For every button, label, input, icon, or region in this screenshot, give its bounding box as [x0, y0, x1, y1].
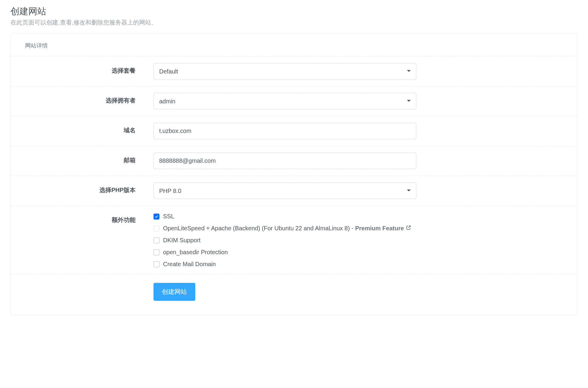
external-link-icon	[406, 225, 411, 232]
select-package[interactable]: Default	[153, 63, 416, 79]
checkbox-dkim[interactable]	[153, 237, 159, 243]
row-php: 选择PHP版本 PHP 8.0	[11, 176, 577, 205]
checkbox-open-basedir[interactable]	[153, 249, 159, 255]
create-website-button[interactable]: 创建网站	[153, 283, 195, 301]
checkbox-row-ssl: SSL	[153, 213, 416, 220]
checkbox-label-ssl: SSL	[163, 213, 174, 220]
checkbox-mail-domain[interactable]	[153, 261, 159, 267]
checkbox-ols-apache	[153, 226, 159, 231]
label-package: 选择套餐	[112, 67, 136, 74]
row-submit: 创建网站	[11, 274, 577, 315]
premium-feature-label: Premium Feature	[355, 225, 404, 232]
row-owner: 选择拥有者 admin	[11, 86, 577, 116]
select-owner[interactable]: admin	[153, 93, 416, 109]
checkbox-row-open-basedir: open_basedir Protection	[153, 249, 416, 256]
checkbox-row-dkim: DKIM Support	[153, 237, 416, 244]
section-title: 网站详情	[11, 33, 577, 56]
label-owner: 选择拥有者	[106, 97, 136, 104]
page-subtitle: 在此页面可以创建,查看,修改和删除您服务器上的网站。	[10, 19, 578, 27]
row-package: 选择套餐 Default	[11, 56, 577, 86]
checkbox-label-ols-apache: OpenLiteSpeed + Apache (Backend) (For Ub…	[163, 225, 411, 232]
label-email: 邮箱	[124, 157, 136, 163]
label-php: 选择PHP版本	[99, 187, 136, 193]
row-email: 邮箱	[11, 146, 577, 176]
checkbox-label-dkim: DKIM Support	[163, 237, 201, 244]
input-email[interactable]	[153, 153, 416, 169]
page-title: 创建网站	[10, 6, 578, 17]
page-header: 创建网站 在此页面可以创建,查看,修改和删除您服务器上的网站。	[10, 6, 578, 27]
checkbox-label-open-basedir: open_basedir Protection	[163, 249, 228, 256]
checkbox-row-mail-domain: Create Mail Domain	[153, 261, 416, 268]
premium-feature-link[interactable]: Premium Feature	[355, 225, 411, 232]
input-domain[interactable]	[153, 123, 416, 139]
ols-apache-text: OpenLiteSpeed + Apache (Backend) (For Ub…	[163, 225, 355, 231]
row-domain: 域名	[11, 116, 577, 146]
checkbox-label-mail-domain: Create Mail Domain	[163, 261, 216, 268]
checkbox-ssl[interactable]	[153, 214, 159, 220]
checkbox-row-ols-apache: OpenLiteSpeed + Apache (Backend) (For Ub…	[153, 225, 416, 232]
label-domain: 域名	[124, 127, 136, 134]
select-php[interactable]: PHP 8.0	[153, 183, 416, 199]
row-extra: 额外功能 SSL OpenLiteSpeed + Apache (Backend…	[11, 205, 577, 274]
label-extra: 额外功能	[112, 217, 136, 223]
form-card: 网站详情 选择套餐 Default 选择拥有者	[10, 33, 578, 315]
